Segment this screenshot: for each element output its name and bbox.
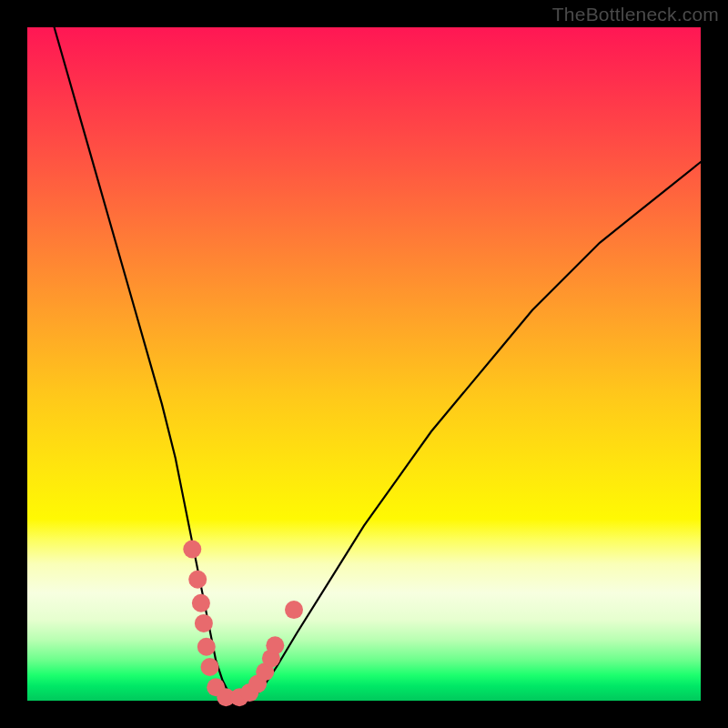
- chart-frame: TheBottleneck.com: [0, 0, 728, 728]
- curve-marker: [201, 658, 219, 676]
- bottleneck-curve: [55, 27, 701, 701]
- curve-marker: [285, 601, 303, 619]
- curve-marker: [192, 594, 210, 612]
- curve-markers: [183, 541, 303, 707]
- curve-marker: [266, 636, 284, 654]
- curve-marker: [195, 614, 213, 632]
- curve-marker: [188, 571, 207, 589]
- curve-marker: [197, 638, 216, 656]
- chart-svg: [27, 27, 701, 701]
- watermark-text: TheBottleneck.com: [552, 4, 719, 25]
- plot-area: [27, 27, 701, 701]
- curve-marker: [183, 541, 201, 559]
